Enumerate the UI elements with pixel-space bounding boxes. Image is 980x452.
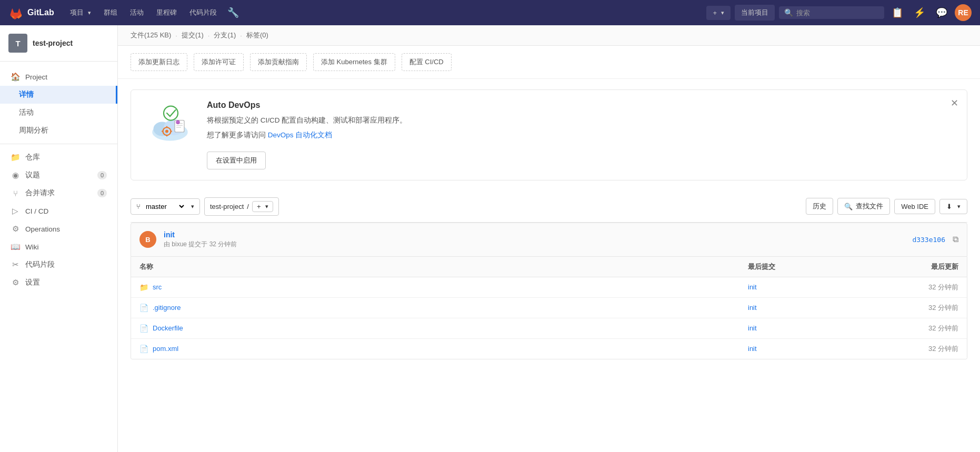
search-box[interactable]: 🔍 [779,6,884,19]
sidebar-item-project[interactable]: 🏠 Project [0,68,117,86]
project-avatar: T [8,34,27,53]
find-file-button[interactable]: 🔍 查找文件 [837,198,890,215]
commit-meta: 由 bixue 提交于 32 分钟前 [164,240,905,249]
commit-hash[interactable]: d333e106 [912,236,945,244]
file-commit-pomxml: init [748,345,853,353]
svg-point-9 [164,106,178,120]
topnav-nav: 项目 ▾ 群组 活动 里程碑 代码片段 🔧 [65,5,696,21]
sidebar-item-detail[interactable]: 详情 [0,86,117,104]
user-avatar[interactable]: RE [955,4,972,21]
nav-groups[interactable]: 群组 [98,5,123,21]
sidebar-item-label: 代码片段 [25,260,55,269]
sidebar-item-label: 合并请求 [25,188,55,198]
path-separator: / [247,203,249,210]
file-table: 名称 最后提交 最后更新 📁 src init 32 分钟前 📄 .gitign… [131,257,967,359]
file-commit-gitignore: init [748,304,853,312]
web-ide-button[interactable]: Web IDE [894,199,935,214]
devops-content: Auto DevOps 将根据预定义的 CI/CD 配置自动构建、测试和部署应用… [207,101,407,169]
file-stat-tags[interactable]: 标签(0) [246,31,268,40]
sidebar-item-activity[interactable]: 活动 [0,104,117,122]
plus-button[interactable]: + ▾ [706,6,731,20]
devops-doc-link[interactable]: DevOps 自动化文档 [268,131,333,139]
clone-button[interactable]: ⬇ ▾ [939,199,967,214]
commit-message[interactable]: init [164,230,905,239]
sidebar-item-merge[interactable]: ⑂ 合并请求 0 [0,184,117,202]
operations-icon: ⚙ [11,224,20,234]
file-link-pomxml[interactable]: pom.xml [153,345,178,353]
sidebar-item-repo[interactable]: 📁 仓库 [0,148,117,166]
devops-title: Auto DevOps [207,101,407,110]
current-project-button[interactable]: 当前项目 [735,5,775,21]
branch-selector[interactable]: ⑂ master ▾ [131,198,200,215]
nav-activity[interactable]: 活动 [125,5,149,21]
devops-link-text: 想了解更多请访问 DevOps 自动化文档 [207,130,407,140]
commit-link-pomxml[interactable]: init [748,345,757,353]
sidebar-item-operations[interactable]: ⚙ Operations [0,220,117,238]
nav-snippets[interactable]: 代码片段 [184,5,222,21]
devops-enable-button[interactable]: 在设置中启用 [207,152,266,169]
search-input[interactable] [796,9,870,17]
sidebar-item-label: 设置 [25,278,40,287]
file-name-pomxml: 📄 pom.xml [139,345,748,353]
file-icon: 📄 [139,324,148,333]
sidebar-project[interactable]: T test-project [0,25,117,62]
table-row: 📄 .gitignore init 32 分钟前 [131,298,967,318]
configure-cicd-button[interactable]: 配置 CI/CD [402,53,452,71]
sidebar-item-label: Wiki [25,243,39,251]
chevron-down-icon: ▾ [88,9,91,16]
commit-link-src[interactable]: init [748,283,757,291]
sidebar-divider [0,144,117,144]
wrench-button[interactable]: 🔧 [224,5,242,21]
file-table-header: 名称 最后提交 最后更新 [131,257,967,277]
add-license-button[interactable]: 添加许可证 [194,53,244,71]
sidebar-section-project: 🏠 Project 详情 活动 周期分析 📁 仓库 ◉ 议题 0 [0,62,117,294]
sidebar-item-wiki[interactable]: 📖 Wiki [0,238,117,256]
sidebar-item-settings[interactable]: ⚙ 设置 [0,274,117,292]
topnav-right: + ▾ 当前项目 🔍 📋 ⚡ 💬 RE [706,4,972,21]
todo-icon-button[interactable]: 📋 [888,5,906,21]
main-layout: T test-project 🏠 Project 详情 活动 周期分析 📁 仓库 [0,25,980,452]
add-file-button[interactable]: + ▾ [252,201,273,212]
file-link-src[interactable]: src [153,283,162,291]
file-time-src: 32 分钟前 [853,283,958,292]
commit-link-gitignore[interactable]: init [748,304,757,312]
snippets-icon: ✂ [11,260,20,269]
sidebar-item-issues[interactable]: ◉ 议题 0 [0,166,117,184]
path-project[interactable]: test-project [210,203,244,210]
nav-milestones[interactable]: 里程碑 [151,5,182,21]
history-button[interactable]: 历史 [806,198,833,215]
sidebar-item-snippets[interactable]: ✂ 代码片段 [0,256,117,274]
sidebar-item-cycle[interactable]: 周期分析 [0,122,117,139]
devops-banner-close-button[interactable]: ✕ [951,97,958,109]
file-stat-branches[interactable]: 分支(1) [214,31,236,40]
devops-illustration [144,101,196,148]
home-icon: 🏠 [11,72,20,82]
gitlab-wordmark: GitLab [27,8,54,17]
file-link-gitignore[interactable]: .gitignore [153,304,181,312]
nav-projects[interactable]: 项目 ▾ [65,5,96,21]
add-changelog-button[interactable]: 添加更新日志 [131,53,187,71]
wiki-icon: 📖 [11,242,20,252]
chevron-down-icon: ▾ [265,203,268,210]
sidebar-item-label: Project [25,73,47,81]
sidebar-item-label: 详情 [19,90,34,99]
action-strip: 添加更新日志 添加许可证 添加贡献指南 添加 Kubernetes 集群 配置 … [118,46,980,79]
copy-hash-button[interactable]: ⧉ [953,235,958,244]
branch-select-input[interactable]: master [144,202,186,211]
add-contribution-button[interactable]: 添加贡献指南 [250,53,307,71]
sidebar-item-cicd[interactable]: ▷ CI / CD [0,202,117,220]
add-kubernetes-button[interactable]: 添加 Kubernetes 集群 [313,53,395,71]
commit-link-dockerfile[interactable]: init [748,324,757,332]
file-time-pomxml: 32 分钟前 [853,344,958,354]
file-commit-src: init [748,283,853,291]
issues-badge: 0 [97,171,107,179]
file-link-dockerfile[interactable]: Dockerfile [153,324,183,332]
gitlab-logo[interactable]: GitLab [8,5,54,20]
merge-badge: 0 [97,189,107,197]
issues-icon-button[interactable]: 💬 [933,5,951,21]
merge-request-icon-button[interactable]: ⚡ [911,5,928,21]
repo-toolbar-right: 历史 🔍 查找文件 Web IDE ⬇ ▾ [806,198,967,215]
file-stat-files[interactable]: 文件(125 KB) [131,31,171,40]
file-stat-commits[interactable]: 提交(1) [182,31,204,40]
col-commit: 最后提交 [748,262,853,272]
